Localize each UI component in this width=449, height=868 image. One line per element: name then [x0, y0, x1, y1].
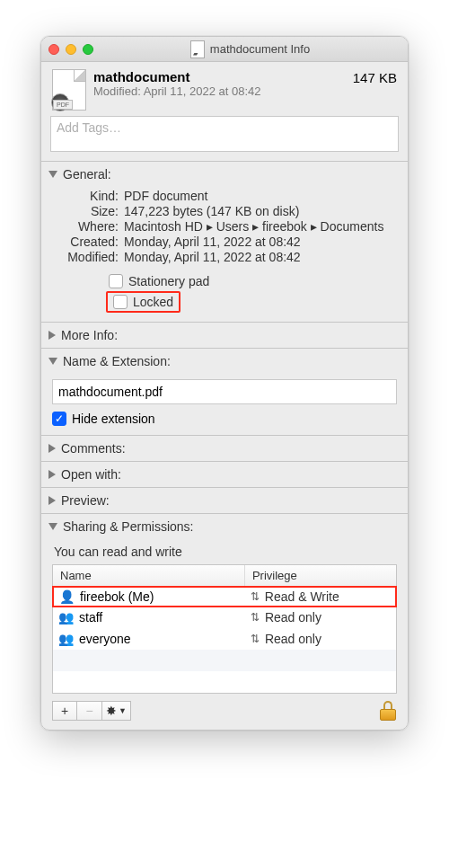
hide-extension-row[interactable]: Hide extension: [52, 412, 397, 426]
action-menu-button[interactable]: ✸▼: [102, 701, 131, 721]
window-title: mathdocument Info: [210, 42, 310, 56]
section-name-extension[interactable]: Name & Extension:: [41, 349, 408, 374]
chevron-down-icon: ▼: [119, 706, 127, 715]
file-size: 147 KB: [353, 69, 397, 85]
info-window: mathdocument Info PDF mathdocument Modif…: [40, 36, 409, 731]
kind-value: PDF document: [124, 189, 397, 203]
section-general[interactable]: General:: [41, 162, 408, 187]
lock-icon[interactable]: [379, 701, 397, 721]
add-button[interactable]: +: [52, 701, 77, 721]
checkbox-icon[interactable]: [109, 274, 123, 288]
permissions-toolbar: + − ✸▼: [41, 697, 408, 730]
stationery-checkbox-row[interactable]: Stationery pad: [106, 273, 397, 289]
file-modified: Modified: April 11, 2022 at 08:42: [93, 84, 346, 98]
updown-icon[interactable]: ⇅: [251, 635, 260, 642]
updown-icon[interactable]: ⇅: [251, 593, 260, 600]
gear-icon: ✸: [106, 704, 117, 718]
permissions-table: Name Privilege 👤fireebok (Me) ⇅Read & Wr…: [52, 564, 397, 694]
disclosure-triangle-icon: [48, 331, 56, 340]
locked-checkbox-row[interactable]: Locked: [110, 294, 176, 310]
tags-field[interactable]: Add Tags…: [50, 116, 399, 152]
file-name: mathdocument: [93, 69, 346, 84]
where-value: Macintosh HD ▸ Users ▸ fireebok ▸ Docume…: [124, 219, 397, 234]
file-header: PDF mathdocument Modified: April 11, 202…: [41, 62, 408, 116]
filename-input[interactable]: mathdocument.pdf: [52, 379, 397, 404]
titlebar: mathdocument Info: [41, 37, 408, 62]
table-row[interactable]: 👤fireebok (Me) ⇅Read & Write: [52, 586, 397, 607]
disclosure-triangle-icon: [48, 171, 57, 178]
checkbox-icon[interactable]: [52, 412, 66, 426]
section-open-with[interactable]: Open with:: [41, 462, 408, 487]
disclosure-triangle-icon: [48, 523, 57, 530]
user-icon: 👤: [59, 589, 75, 604]
checkbox-icon[interactable]: [113, 295, 128, 309]
permissions-message: You can read and write: [54, 545, 397, 559]
disclosure-triangle-icon: [48, 358, 57, 365]
document-icon: PDF: [52, 69, 86, 111]
size-value: 147,223 bytes (147 KB on disk): [124, 204, 397, 218]
table-row: [53, 650, 396, 671]
section-sharing-permissions[interactable]: Sharing & Permissions:: [41, 514, 408, 539]
group-icon: 👥: [58, 610, 74, 624]
table-row[interactable]: 👥staff ⇅Read only: [53, 607, 396, 628]
hide-extension-label: Hide extension: [72, 412, 155, 426]
group-icon: 👥: [58, 632, 74, 646]
disclosure-triangle-icon: [48, 444, 56, 453]
disclosure-triangle-icon: [48, 470, 56, 479]
col-name-header[interactable]: Name: [53, 565, 245, 586]
file-icon: [190, 40, 205, 58]
tags-placeholder: Add Tags…: [57, 120, 121, 135]
close-icon[interactable]: [48, 44, 59, 55]
stationery-label: Stationery pad: [128, 274, 209, 288]
pdf-badge: PDF: [53, 100, 73, 110]
table-row: [53, 671, 396, 693]
updown-icon[interactable]: ⇅: [251, 614, 260, 621]
created-value: Monday, April 11, 2022 at 08:42: [124, 235, 397, 249]
minimize-icon[interactable]: [66, 44, 76, 55]
zoom-icon[interactable]: [83, 44, 93, 55]
remove-button[interactable]: −: [77, 701, 102, 721]
section-preview[interactable]: Preview:: [41, 488, 408, 513]
disclosure-triangle-icon: [48, 496, 56, 505]
col-priv-header[interactable]: Privilege: [245, 565, 396, 586]
general-body: Kind:PDF document Size:147,223 bytes (14…: [41, 187, 408, 322]
section-more-info[interactable]: More Info:: [41, 323, 408, 348]
locked-label: Locked: [133, 295, 173, 309]
modified-value: Monday, April 11, 2022 at 08:42: [124, 250, 397, 264]
table-row[interactable]: 👥everyone ⇅Read only: [53, 628, 396, 650]
section-comments[interactable]: Comments:: [41, 436, 408, 461]
